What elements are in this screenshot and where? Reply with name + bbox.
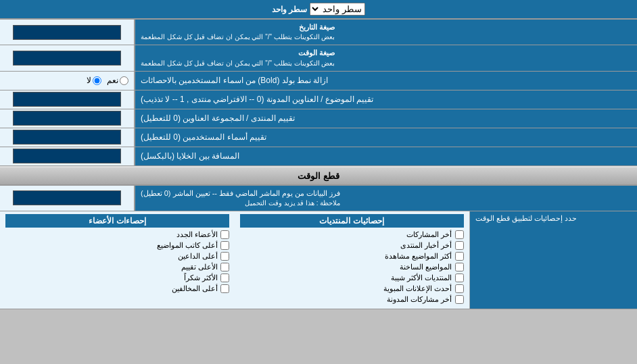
topic-ordering-input-cell: 33	[0, 90, 135, 109]
stat-forum-4-label: المواضيع الساخنة	[400, 263, 452, 271]
bold-remove-no-radio[interactable]	[93, 76, 101, 85]
forum-ordering-input-cell: 33	[0, 109, 135, 128]
stat-forum-3-check[interactable]	[455, 252, 464, 261]
date-format-label: صيغة التاريخ بعض التكوينات يتطلب "/" الت…	[135, 20, 637, 45]
stat-forum-5-label: المنتديات الأكثر شيبة	[391, 274, 452, 282]
stat-member-1: الأعضاء الجدد	[5, 230, 229, 239]
stats-col-members: إحصاءات الأعضاء الأعضاء الجدد أعلى كاتب …	[0, 211, 235, 309]
date-format-input[interactable]: d-m	[13, 25, 121, 40]
bold-remove-label: ازالة نمط بولد (Bold) من اسماء المستخدمي…	[135, 72, 637, 90]
stat-forum-7-check[interactable]	[455, 295, 464, 304]
time-cutoff-input-cell: 0	[0, 186, 135, 211]
stat-forum-1: أخر المشاركات	[240, 230, 464, 239]
stat-member-3-label: أعلى الداعين	[178, 252, 218, 261]
user-ordering-title: تقييم أسماء المستخدمين (0 للتعطيل)	[141, 132, 266, 143]
forum-ordering-label: تقييم المنتدى / المجموعة العناوين (0 للت…	[135, 109, 637, 128]
time-cutoff-input[interactable]: 0	[13, 190, 121, 205]
stats-col-forum-header: إحصائيات المنتديات	[240, 214, 464, 228]
user-ordering-row: تقييم أسماء المستخدمين (0 للتعطيل) 0	[0, 128, 637, 147]
time-format-input-cell: H:i	[0, 45, 135, 70]
spacing-input-cell: 2	[0, 147, 135, 165]
spacing-label: المسافة بين الخلايا (بالبكسل)	[135, 147, 637, 165]
stat-member-6: أعلى المخالفين	[5, 284, 229, 293]
stat-forum-6-check[interactable]	[455, 284, 464, 293]
forum-ordering-title: تقييم المنتدى / المجموعة العناوين (0 للت…	[141, 113, 295, 124]
stat-member-6-label: أعلى المخالفين	[172, 284, 218, 293]
stat-forum-4: المواضيع الساخنة	[240, 263, 464, 271]
forum-ordering-row: تقييم المنتدى / المجموعة العناوين (0 للت…	[0, 109, 637, 128]
bold-remove-yes-radio[interactable]	[120, 76, 128, 85]
time-format-title: صيغة الوقت	[141, 48, 335, 58]
stat-forum-1-check[interactable]	[455, 230, 464, 239]
stat-member-5-check[interactable]	[220, 274, 229, 282]
stat-forum-5: المنتديات الأكثر شيبة	[240, 274, 464, 282]
time-cutoff-label: فرز البيانات من يوم الماشر الماضي فقط --…	[135, 186, 637, 211]
stat-member-2: أعلى كاتب المواضيع	[5, 241, 229, 250]
stat-member-1-check[interactable]	[220, 230, 229, 239]
topic-ordering-label: تقييم الموضوع / العناوين المدونة (0 -- ا…	[135, 90, 637, 109]
stat-member-4: الأعلى تقييم	[5, 263, 229, 271]
stat-member-5-label: الأكثر شكراً	[184, 274, 218, 282]
time-format-label: صيغة الوقت بعض التكوينات يتطلب "/" التي …	[135, 45, 637, 70]
stats-checkboxes: إحصائيات المنتديات أخر المشاركات أخر أخب…	[0, 211, 470, 309]
stat-forum-4-check[interactable]	[455, 263, 464, 271]
time-cutoff-title: فرز البيانات من يوم الماشر الماضي فقط --…	[141, 188, 340, 199]
stats-apply-label: حدد إحصائيات لتطبيق قطع الوقت	[470, 211, 638, 309]
stat-forum-2-label: أخر أخبار المنتدى	[400, 241, 452, 250]
bold-remove-radio-cell: نعم لا	[0, 72, 135, 90]
stat-forum-5-check[interactable]	[455, 274, 464, 282]
time-section-header: قطع الوقت	[0, 166, 637, 186]
user-ordering-label: تقييم أسماء المستخدمين (0 للتعطيل)	[135, 128, 637, 147]
display-mode-select[interactable]: سطر واحدسطرينثلاثة أسطر	[310, 3, 365, 16]
stat-member-3: أعلى الداعين	[5, 252, 229, 261]
stat-forum-7: أخر مشاركات المدونة	[240, 295, 464, 304]
stat-forum-2-check[interactable]	[455, 241, 464, 250]
stat-member-2-check[interactable]	[220, 241, 229, 250]
stat-member-6-check[interactable]	[220, 284, 229, 293]
stat-member-2-label: أعلى كاتب المواضيع	[157, 241, 218, 250]
stats-col-forum: إحصائيات المنتديات أخر المشاركات أخر أخب…	[235, 211, 470, 309]
topic-ordering-input[interactable]: 33	[13, 92, 121, 107]
date-format-title: صيغة التاريخ	[141, 22, 335, 32]
stat-forum-3: أكثر المواضيع مشاهدة	[240, 252, 464, 261]
date-format-row: صيغة التاريخ بعض التكوينات يتطلب "/" الت…	[0, 20, 637, 45]
date-format-input-cell: d-m	[0, 20, 135, 45]
time-format-sublabel: بعض التكوينات يتطلب "/" التي يمكن ان تضا…	[141, 59, 335, 68]
spacing-title: المسافة بين الخلايا (بالبكسل)	[141, 151, 239, 162]
stat-forum-2: أخر أخبار المنتدى	[240, 241, 464, 250]
stats-section: حدد إحصائيات لتطبيق قطع الوقت إحصائيات ا…	[0, 211, 637, 309]
topic-ordering-row: تقييم الموضوع / العناوين المدونة (0 -- ا…	[0, 90, 637, 109]
stat-forum-6: أحدث الإعلانات المبوية	[240, 284, 464, 293]
time-format-input[interactable]: H:i	[13, 51, 121, 66]
topic-ordering-title: تقييم الموضوع / العناوين المدونة (0 -- ا…	[141, 94, 373, 105]
stat-forum-6-label: أحدث الإعلانات المبوية	[383, 284, 452, 293]
stat-forum-3-label: أكثر المواضيع مشاهدة	[385, 252, 452, 261]
bold-remove-yes-label[interactable]: نعم	[107, 76, 128, 85]
stats-col-members-header: إحصاءات الأعضاء	[5, 214, 229, 228]
stat-member-4-label: الأعلى تقييم	[181, 263, 218, 271]
stat-member-5: الأكثر شكراً	[5, 274, 229, 282]
display-mode-label: سطر واحد	[272, 5, 307, 14]
user-ordering-input[interactable]: 0	[13, 130, 121, 145]
bold-remove-no-label[interactable]: لا	[87, 76, 101, 85]
bold-remove-title: ازالة نمط بولد (Bold) من اسماء المستخدمي…	[141, 75, 328, 86]
user-ordering-input-cell: 0	[0, 128, 135, 147]
stat-member-4-check[interactable]	[220, 263, 229, 271]
forum-ordering-input[interactable]: 33	[13, 111, 121, 126]
time-cutoff-sublabel: ملاحظة : هذا قد يزيد وقت التحميل	[141, 199, 340, 208]
time-cutoff-row: فرز البيانات من يوم الماشر الماضي فقط --…	[0, 186, 637, 211]
stat-member-3-check[interactable]	[220, 252, 229, 261]
stat-forum-1-label: أخر المشاركات	[406, 230, 452, 239]
stat-member-1-label: الأعضاء الجدد	[176, 230, 218, 239]
date-format-sublabel: بعض التكوينات يتطلب "/" التي يمكن ان تضا…	[141, 32, 335, 42]
spacing-input[interactable]: 2	[13, 149, 121, 163]
stat-forum-7-label: أخر مشاركات المدونة	[387, 295, 452, 304]
time-format-row: صيغة الوقت بعض التكوينات يتطلب "/" التي …	[0, 45, 637, 71]
spacing-row: المسافة بين الخلايا (بالبكسل) 2	[0, 147, 637, 166]
display-mode-row: سطر واحدسطرينثلاثة أسطر سطر واحد	[0, 0, 637, 20]
bold-remove-row: ازالة نمط بولد (Bold) من اسماء المستخدمي…	[0, 72, 637, 90]
